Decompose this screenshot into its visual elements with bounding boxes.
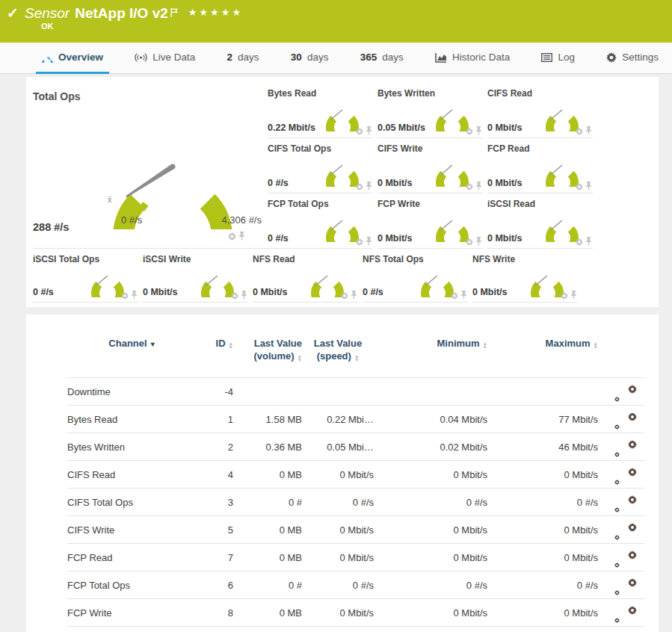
cell-last-value-speed: 0 Mbit/s: [302, 461, 374, 489]
tab-2-days[interactable]: 2days: [221, 43, 265, 74]
cell-id: 10: [196, 627, 233, 632]
cell-last-value-volume: 1.58 MB: [233, 406, 302, 433]
channel-settings-icon[interactable]: [614, 551, 628, 562]
pin-icon[interactable]: [475, 182, 482, 190]
tab-live-data[interactable]: Live Data: [129, 43, 201, 74]
channel-settings-icon[interactable]: [614, 385, 628, 396]
gear-icon[interactable]: [466, 238, 473, 246]
channel-settings-icon[interactable]: [614, 440, 628, 451]
channel-settings-icon[interactable]: [614, 468, 628, 479]
cell-last-value-speed: 0 Mbit/s: [302, 544, 374, 571]
log-icon: [541, 53, 552, 62]
column-header-last-value-speed-[interactable]: Last Value (speed)▲▼: [302, 325, 374, 378]
cell-minimum: 0.02 Mbit/s: [374, 433, 487, 461]
tab-label: days: [238, 52, 259, 63]
pin-icon[interactable]: [241, 291, 247, 300]
gauge-value: 288 #/s: [33, 221, 69, 233]
cell-last-value-volume: 0 MB: [233, 544, 302, 571]
cell-id: 5: [196, 516, 233, 544]
gauge-value: 0 #/s: [268, 233, 289, 244]
gear-icon[interactable]: [356, 128, 363, 135]
tab-historic-data[interactable]: Historic Data: [429, 43, 516, 74]
cell-minimum: 0 #/s: [374, 571, 487, 599]
tab-30-days[interactable]: 30days: [285, 43, 335, 74]
gear-icon[interactable]: [466, 183, 473, 190]
pin-icon[interactable]: [585, 126, 592, 135]
gear-icon[interactable]: [561, 292, 568, 300]
pin-icon[interactable]: [366, 126, 372, 135]
channel-settings-icon[interactable]: [614, 606, 628, 617]
sort-icon: ▲▼: [483, 342, 487, 349]
sort-desc-icon: ▾: [151, 340, 155, 348]
sensor-status-badge: OK: [41, 22, 54, 31]
gauge-icon: [42, 52, 53, 63]
tab-overview[interactable]: Overview: [36, 43, 109, 74]
cell-last-value-volume: 0 MB: [233, 627, 302, 632]
gauge-tile-nfs-total-ops: NFS Total Ops0 #/s: [363, 249, 468, 303]
table-row: FCP Write80 MB0 Mbit/s0 Mbit/s0 Mbit/s: [67, 599, 644, 627]
tab-bar: OverviewLive Data2days30days365daysHisto…: [0, 43, 672, 74]
tab-number: 2: [227, 52, 233, 63]
gauge-tile-iscsi-read: iSCSI Read0 Mbit/s: [487, 193, 593, 249]
gear-icon[interactable]: [121, 292, 129, 300]
cell-channel: iSCSI Read: [67, 627, 196, 632]
table-row: FCP Read70 MB0 Mbit/s0 Mbit/s0 Mbit/s: [67, 544, 644, 571]
small-gauges-grid: Bytes Read0.22 Mbit/sBytes Written0.05 M…: [268, 83, 593, 249]
pin-icon[interactable]: [570, 291, 577, 300]
gauge-tile-fcp-total-ops: FCP Total Ops0 #/s: [268, 193, 373, 249]
gauge-value: 0.22 Mbit/s: [268, 123, 315, 133]
pin-icon[interactable]: [366, 182, 372, 190]
gear-icon[interactable]: [341, 292, 348, 300]
channel-settings-icon[interactable]: [614, 495, 628, 506]
channel-settings-icon[interactable]: [614, 523, 628, 534]
cell-channel: CIFS Write: [67, 516, 196, 544]
pin-icon[interactable]: [475, 237, 482, 246]
cell-id: -4: [196, 378, 233, 406]
channel-settings-icon[interactable]: [614, 412, 628, 424]
total-ops-gauge-tile: Total Ops x̄ 0 #/s 4,306 #/s 288 #/s: [33, 83, 268, 249]
cell-last-value-volume: 0 MB: [233, 461, 302, 489]
pin-icon[interactable]: [460, 291, 467, 300]
gear-icon[interactable]: [466, 128, 473, 135]
tab-number: 30: [291, 52, 302, 63]
gauge-max-label: 4,306 #/s: [222, 214, 262, 226]
gear-icon[interactable]: [576, 183, 583, 190]
cell-id: 2: [196, 433, 233, 461]
gear-icon[interactable]: [356, 238, 363, 246]
priority-stars[interactable]: ★★★★★: [188, 7, 243, 18]
gauge-value: 0 Mbit/s: [377, 233, 413, 244]
gauge-value: 0 Mbit/s: [377, 178, 413, 188]
gear-icon[interactable]: [228, 232, 236, 241]
pin-icon[interactable]: [585, 237, 592, 246]
flag-icon[interactable]: [170, 4, 178, 21]
live-data-icon: [135, 52, 147, 63]
pin-icon[interactable]: [585, 182, 592, 190]
cell-maximum: 0 #/s: [487, 571, 598, 599]
cell-channel: CIFS Total Ops: [67, 489, 196, 516]
column-header-id[interactable]: ID▲▼: [196, 325, 233, 378]
pin-icon[interactable]: [131, 291, 138, 300]
gauge-value: 0 #/s: [363, 287, 383, 297]
pin-icon[interactable]: [475, 126, 482, 135]
column-header-settings: [598, 325, 644, 378]
tab-365-days[interactable]: 365days: [354, 43, 410, 74]
gauge-title: Total Ops: [33, 83, 268, 102]
tab-settings[interactable]: Settings: [600, 43, 665, 74]
table-row: Bytes Read11.58 MB0.22 Mbi…0.04 Mbit/s77…: [67, 406, 644, 433]
pin-icon[interactable]: [351, 291, 357, 300]
column-header-last-value-volume-[interactable]: Last Value (volume)▲▼: [233, 325, 302, 378]
gear-icon[interactable]: [231, 292, 238, 300]
gear-icon[interactable]: [576, 238, 583, 246]
pin-icon[interactable]: [238, 232, 245, 241]
gear-icon[interactable]: [576, 128, 583, 135]
column-header-minimum[interactable]: Minimum▲▼: [374, 325, 487, 378]
gear-icon[interactable]: [356, 183, 363, 190]
cell-minimum: 0 Mbit/s: [374, 516, 487, 544]
channel-settings-icon[interactable]: [614, 578, 628, 589]
cell-maximum: 0 #/s: [487, 489, 598, 516]
gear-icon[interactable]: [451, 292, 458, 300]
pin-icon[interactable]: [366, 237, 372, 246]
column-header-maximum[interactable]: Maximum▲▼: [487, 325, 598, 378]
column-header-channel[interactable]: Channel▾: [67, 325, 196, 378]
tab-log[interactable]: Log: [535, 43, 581, 74]
